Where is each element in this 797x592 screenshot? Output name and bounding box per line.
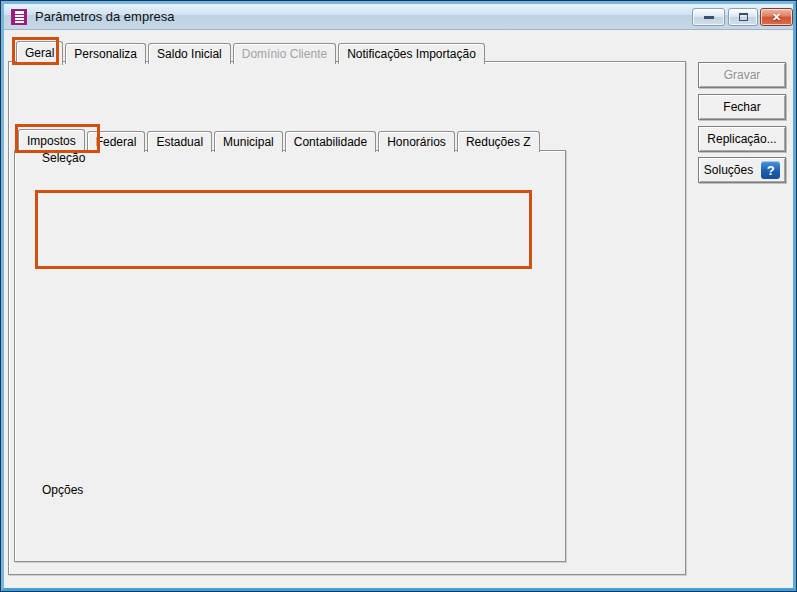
tab-honorarios[interactable]: Honorários [378,131,455,152]
window-title: Parâmetros da empresa [35,9,174,24]
tab-municipal[interactable]: Municipal [214,131,283,152]
maximize-button[interactable] [728,8,758,26]
tab-estadual[interactable]: Estadual [147,131,212,152]
parametros-empresa-window: Parâmetros da empresa ✕ Geral Personaliz… [0,0,797,592]
replicacao-button[interactable]: Replicação... [698,126,786,152]
solucoes-button-label: Soluções [704,163,753,177]
close-button[interactable]: ✕ [760,8,793,26]
solucoes-button[interactable]: Soluções ? [698,157,786,183]
main-tabstrip: Geral Personaliza Saldo Inicial Domínio … [16,39,485,64]
tab-impostos[interactable]: Impostos [18,129,85,153]
tab-federal[interactable]: Federal [87,131,146,152]
help-icon: ? [761,161,780,179]
tab-dominio-cliente: Domínio Cliente [233,43,336,64]
minimize-icon [704,16,714,19]
gravar-button: Gravar [698,62,786,88]
tab-notificacoes-importacao[interactable]: Notificações Importação [338,43,485,64]
inner-tabstrip: Impostos Federal Estadual Municipal Cont… [18,127,540,152]
tabpage-impostos [14,150,566,562]
tab-personaliza[interactable]: Personaliza [65,43,146,64]
titlebar[interactable]: Parâmetros da empresa [4,4,793,30]
tab-saldo-inicial[interactable]: Saldo Inicial [148,43,231,64]
tab-contabilidade[interactable]: Contabilidade [285,131,376,152]
maximize-icon [739,13,748,21]
selecao-group-label: Seleção [38,152,89,165]
close-icon: ✕ [772,12,781,23]
tab-geral[interactable]: Geral [16,41,63,65]
tab-reducoes-z[interactable]: Reduções Z [457,131,540,152]
document-icon [11,9,27,25]
minimize-button[interactable] [692,8,725,26]
opcoes-group-label: Opções [38,484,87,497]
fechar-button[interactable]: Fechar [698,94,786,120]
